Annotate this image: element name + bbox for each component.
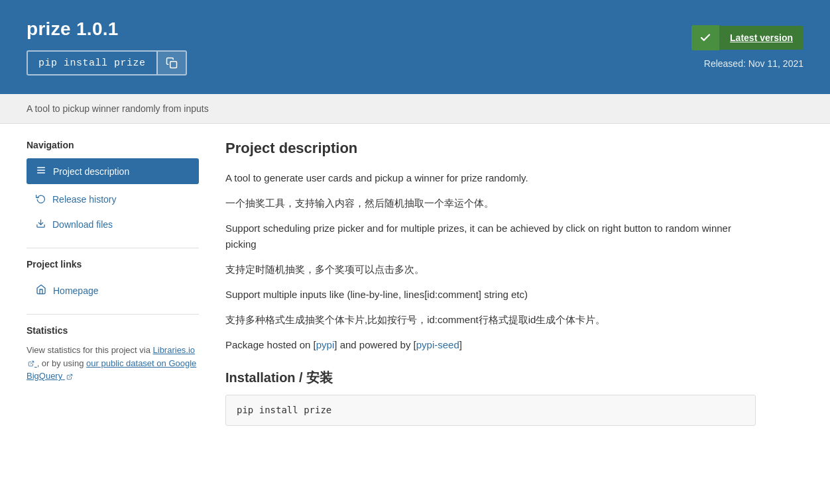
stats-mid-text: , or by using	[37, 358, 84, 368]
page-header: prize 1.0.1 pip install prize Latest ver…	[0, 0, 830, 94]
navigation-title: Navigation	[27, 140, 199, 150]
sidebar-item-release-history[interactable]: Release history	[27, 187, 199, 212]
statistics-title: Statistics	[27, 325, 199, 336]
svg-rect-0	[170, 62, 176, 68]
release-history-nav-label: Release history	[52, 194, 117, 205]
pip-install-command: pip install prize	[28, 52, 156, 74]
paragraph-4: 支持定时随机抽奖，多个奖项可以点击多次。	[225, 262, 756, 277]
paragraph-1: A tool to generate user cards and pickup…	[225, 170, 756, 186]
install-code-block: pip install prize	[225, 395, 756, 426]
latest-version-button[interactable]: Latest version	[691, 25, 803, 50]
statistics-description: View statistics for this project via Lib…	[27, 344, 199, 383]
external-link-icon-2	[66, 374, 73, 380]
closing-bracket: ]	[459, 339, 462, 350]
copy-button[interactable]	[156, 52, 186, 74]
navigation-section: Navigation Project description	[27, 140, 199, 237]
subtitle-text: A tool to pickup winner randomly from in…	[27, 103, 209, 114]
install-code: pip install prize	[237, 405, 331, 415]
pypi-link[interactable]: pypi	[316, 339, 335, 350]
latest-version-label[interactable]: Latest version	[719, 26, 803, 50]
copy-icon	[166, 57, 178, 69]
svg-rect-3	[37, 172, 45, 173]
download-files-nav-label: Download files	[52, 219, 113, 230]
svg-line-6	[69, 374, 72, 378]
stats-text: View statistics for this project via	[27, 345, 150, 355]
subtitle-bar: A tool to pickup winner randomly from in…	[0, 94, 830, 124]
main-content: Project description A tool to generate u…	[225, 140, 756, 426]
external-link-icon	[28, 360, 34, 367]
sidebar-divider-1	[27, 248, 199, 248]
header-right: Latest version Released: Nov 11, 2021	[691, 25, 803, 69]
home-icon	[36, 284, 46, 297]
project-links-section: Project links Homepage	[27, 259, 199, 303]
svg-line-5	[30, 361, 34, 364]
svg-rect-2	[37, 170, 45, 170]
pip-install-box: pip install prize	[27, 50, 187, 76]
sidebar-divider-2	[27, 314, 199, 315]
hosted-prefix: Package hosted on [	[225, 339, 316, 350]
check-icon-container	[691, 25, 719, 50]
svg-rect-1	[37, 167, 45, 168]
checkmark-icon	[699, 32, 711, 44]
installation-heading: Installation / 安装	[225, 369, 756, 387]
sidebar-item-download-files[interactable]: Download files	[27, 212, 199, 237]
sidebar-homepage-link[interactable]: Homepage	[27, 277, 199, 303]
package-title: prize 1.0.1	[27, 19, 187, 40]
download-icon	[36, 219, 46, 230]
pypi-seed-link[interactable]: pypi-seed	[416, 339, 459, 350]
paragraph-3: Support scheduling prize picker and for …	[225, 221, 756, 252]
main-layout: Navigation Project description	[0, 124, 830, 442]
released-date: Released: Nov 11, 2021	[704, 58, 803, 69]
menu-lines-icon	[36, 165, 46, 176]
package-hosted-text: Package hosted on [pypi] and powered by …	[225, 337, 756, 353]
paragraph-6: 支持多种格式生成抽奖个体卡片,比如按行号，id:comment行格式提取id生成…	[225, 312, 756, 328]
project-description-nav-label: Project description	[53, 166, 129, 177]
homepage-link-label: Homepage	[53, 285, 99, 296]
sidebar: Navigation Project description	[27, 140, 199, 426]
sidebar-item-project-description[interactable]: Project description	[27, 158, 199, 184]
statistics-section: Statistics View statistics for this proj…	[27, 325, 199, 383]
project-description-heading: Project description	[225, 140, 756, 157]
project-links-title: Project links	[27, 259, 199, 270]
bars-icon	[36, 165, 46, 177]
paragraph-2: 一个抽奖工具，支持输入内容，然后随机抽取一个幸运个体。	[225, 195, 756, 211]
history-icon	[36, 193, 46, 205]
paragraph-5: Support multiple inputs like (line-by-li…	[225, 287, 756, 303]
powered-prefix: ] and powered by [	[334, 339, 416, 350]
libraries-link-text: Libraries.io	[153, 345, 196, 355]
header-left: prize 1.0.1 pip install prize	[27, 19, 187, 76]
